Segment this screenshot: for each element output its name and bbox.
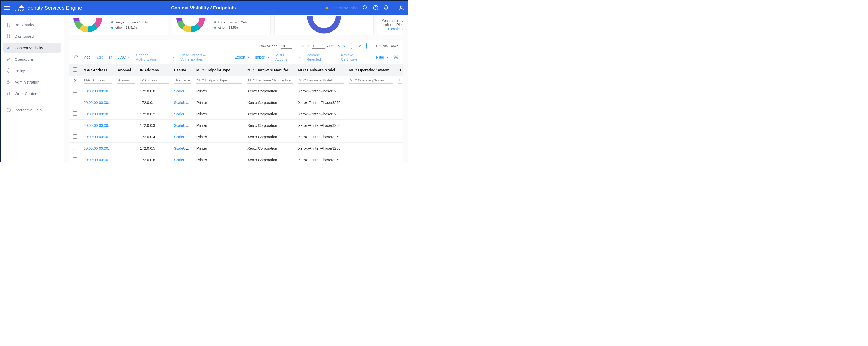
mac-link[interactable]: 00:00:00:00:00:03 xyxy=(84,123,113,128)
cell-ip: 172.0.0.1 xyxy=(137,97,171,108)
sidebar-item-bookmarks[interactable]: Bookmarks xyxy=(3,20,61,30)
cell-mfc-model: Xerox-Printer-Phaser3250 xyxy=(296,85,346,97)
col-mfc-hw-manufacturer[interactable]: MFC Hardware Manufact... xyxy=(245,64,296,76)
release-rejected-button[interactable]: Release Rejected xyxy=(307,53,335,61)
sidebar-item-help[interactable]: Interactive Help xyxy=(3,105,61,115)
user-link[interactable]: ScaleUser1... xyxy=(174,112,194,116)
mdm-actions-menu[interactable]: MDM Actions xyxy=(275,53,301,61)
user-link[interactable]: ScaleUser5 xyxy=(174,135,193,139)
revoke-cert-button[interactable]: Revoke Certificate xyxy=(341,53,370,61)
page-input[interactable] xyxy=(312,43,324,49)
row-checkbox[interactable] xyxy=(73,146,77,150)
col-username[interactable]: Username xyxy=(172,64,194,76)
add-button[interactable]: Add xyxy=(84,55,91,59)
user-icon[interactable] xyxy=(399,5,404,11)
donut-chart-3 xyxy=(306,16,342,34)
sidebar-item-context-visibility[interactable]: Context Visibility xyxy=(3,43,61,53)
col-mfc-endpoint-type[interactable]: MFC Endpoint Type xyxy=(194,64,245,76)
filter-more[interactable] xyxy=(398,77,402,84)
menu-icon[interactable] xyxy=(4,5,10,11)
table-row[interactable]: 00:00:00:00:00:04 172.0.0.4 ScaleUser5 P… xyxy=(69,131,403,143)
row-checkbox[interactable] xyxy=(73,100,77,104)
next-page-button[interactable]: > xyxy=(338,44,340,48)
rows-per-page-value[interactable]: 10 xyxy=(281,43,291,49)
filter-username[interactable] xyxy=(174,77,191,84)
user-link[interactable]: ScaleUser1... xyxy=(174,89,194,93)
sidebar-item-work-centers[interactable]: Work Centers xyxy=(3,89,61,98)
chevron-down-icon[interactable]: ⌄ xyxy=(293,44,296,48)
edit-button[interactable]: Edit xyxy=(96,55,103,59)
clear-threats-button[interactable]: Clear Threats & Vulnerabilities xyxy=(180,53,229,61)
filter-mfc-os[interactable] xyxy=(349,77,393,84)
cell-mfc-os xyxy=(347,120,396,131)
clear-filters-icon[interactable]: ✕ xyxy=(73,78,77,83)
col-mfc-hw-model[interactable]: MFC Hardware Model xyxy=(296,64,346,76)
col-ip[interactable]: IP Address xyxy=(137,64,171,76)
product-title: Identity Services Engine xyxy=(26,5,82,11)
row-checkbox[interactable] xyxy=(73,157,77,161)
gear-icon[interactable] xyxy=(394,55,398,60)
svg-rect-10 xyxy=(8,47,9,49)
import-menu[interactable]: Import xyxy=(255,55,270,59)
cell-anomalous xyxy=(115,131,137,143)
mac-link[interactable]: 00:00:00:00:00:06 xyxy=(84,158,113,162)
cell-mfc-mfr: Xerox Corporation xyxy=(245,108,296,120)
anc-menu[interactable]: ANC xyxy=(118,55,130,59)
select-all-checkbox[interactable] xyxy=(73,67,77,72)
filter-anomalous[interactable] xyxy=(118,77,135,84)
mac-link[interactable]: 00:00:00:00:00:00 xyxy=(84,89,113,93)
col-mfc-os[interactable]: MFC Operating System xyxy=(347,64,396,76)
table-row[interactable]: 00:00:00:00:00:02 172.0.0.2 ScaleUser1..… xyxy=(69,108,403,120)
filter-mfc-model[interactable] xyxy=(298,77,344,84)
row-checkbox[interactable] xyxy=(73,89,77,93)
filter-mfc-mfr[interactable] xyxy=(247,77,293,84)
legend-item: avaya...phone - 6.75% xyxy=(111,21,148,24)
prev-page-button[interactable]: < xyxy=(307,44,309,48)
first-page-button[interactable]: |< xyxy=(300,44,304,48)
user-link[interactable]: ScaleUser2... xyxy=(174,100,194,105)
svg-rect-11 xyxy=(10,46,10,49)
table-row[interactable]: 00:00:00:00:00:06 172.0.0.6 ScaleUser2..… xyxy=(69,154,403,162)
mac-link[interactable]: 00:00:00:00:00:01 xyxy=(84,100,113,105)
pagination-bar: Rows/Page 10 ⌄ |< < / 621 > >| Go 6207 T… xyxy=(69,40,403,51)
last-page-button[interactable]: >| xyxy=(343,44,347,48)
user-link[interactable]: ScaleUser2... xyxy=(174,123,194,128)
license-warning[interactable]: License Warning xyxy=(325,6,358,10)
sidebar-item-dashboard[interactable]: Dashboard xyxy=(3,31,61,41)
row-checkbox[interactable] xyxy=(73,112,77,116)
user-link[interactable]: ScaleUser2... xyxy=(174,158,194,162)
mac-link[interactable]: 00:00:00:00:00:04 xyxy=(84,135,113,139)
go-button[interactable]: Go xyxy=(351,43,367,49)
refresh-icon[interactable] xyxy=(74,55,79,60)
row-checkbox[interactable] xyxy=(73,134,77,138)
change-auth-menu[interactable]: Change Authorization xyxy=(136,53,175,61)
svg-point-0 xyxy=(363,6,367,9)
example-link[interactable]: Example Da xyxy=(385,27,403,31)
table-row[interactable]: 00:00:00:00:00:03 172.0.0.3 ScaleUser2..… xyxy=(69,120,403,131)
trash-icon[interactable] xyxy=(108,55,113,59)
mac-link[interactable]: 00:00:00:00:00:02 xyxy=(84,112,113,116)
sidebar-item-operations[interactable]: Operations xyxy=(3,54,61,64)
table-row[interactable]: 00:00:00:00:00:05 172.0.0.5 ScaleUser1..… xyxy=(69,143,403,154)
filter-mac[interactable] xyxy=(84,77,112,84)
sidebar-item-policy[interactable]: Policy xyxy=(3,66,61,75)
filter-mfc-type[interactable] xyxy=(196,77,242,84)
user-link[interactable]: ScaleUser1... xyxy=(174,146,194,151)
cell-mfc-type: Printer xyxy=(194,143,245,154)
row-checkbox[interactable] xyxy=(73,123,77,127)
search-icon[interactable] xyxy=(362,5,368,11)
col-anomalous[interactable]: Anomalo... xyxy=(115,64,137,76)
cell-mfc-type: Printer xyxy=(194,97,245,108)
help-icon[interactable] xyxy=(373,5,378,11)
table-row[interactable]: 00:00:00:00:00:01 172.0.0.1 ScaleUser2..… xyxy=(69,97,403,108)
export-menu[interactable]: Export xyxy=(235,55,249,59)
sidebar-item-administration[interactable]: Administration xyxy=(3,77,61,87)
notification-icon[interactable] xyxy=(383,5,389,11)
mac-link[interactable]: 00:00:00:00:00:05 xyxy=(84,146,113,151)
cell-more xyxy=(396,143,403,154)
filter-ip[interactable] xyxy=(140,77,168,84)
col-mac[interactable]: MAC Address xyxy=(81,64,115,76)
col-more[interactable]: H xyxy=(396,64,403,76)
table-row[interactable]: 00:00:00:00:00:00 172.0.0.0 ScaleUser1..… xyxy=(69,85,403,97)
filter-menu[interactable]: Filter xyxy=(376,55,389,59)
